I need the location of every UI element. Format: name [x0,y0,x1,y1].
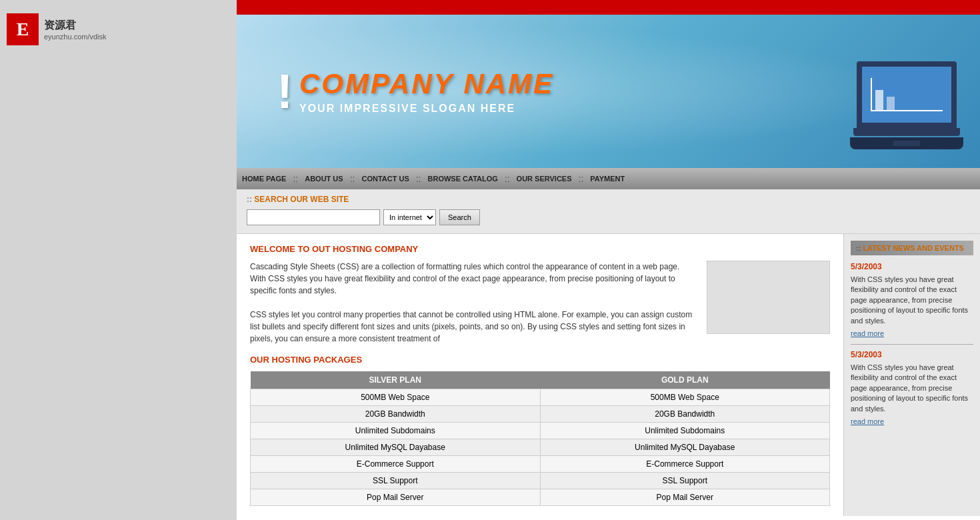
nav-bar: HOME PAGE :: ABOUT US :: CONTACT US :: B… [237,168,980,189]
table-cell-5-0: SSL Support [251,473,541,489]
table-cell-3-0: Unlimited MySQL Dayabase [251,439,541,456]
search-button[interactable]: Search [439,209,480,225]
hosting-title: OUR HOSTING PACKAGES [250,355,830,365]
nav-sep-4: :: [503,173,511,184]
news-text-1: With CSS styles you have great flexibili… [851,363,973,414]
table-cell-1-1: 20GB Bandwidth [540,406,830,423]
nav-sep-3: :: [415,173,423,184]
laptop-touchpad [893,141,920,146]
news-read-more-1[interactable]: read more [851,417,973,425]
banner-exclamation: ! [277,64,293,119]
nav-sep-1: :: [291,173,299,184]
table-row: 500MB Web Space500MB Web Space [251,389,830,406]
search-bar: SEARCH OUR WEB SITE In internet Search [237,189,980,234]
nav-catalog[interactable]: BROWSE CATALOG [423,175,503,183]
nav-contact[interactable]: CONTACT US [356,175,414,183]
logo-company-name: 资源君 [44,19,107,33]
table-row: Pop Mail ServerPop Mail Server [251,489,830,506]
table-cell-0-0: 500MB Web Space [251,389,541,406]
nav-home[interactable]: HOME PAGE [237,175,291,183]
content-area: WELCOME TO OUT HOSTING COMPANY Cascading… [237,234,980,516]
news-divider [851,344,973,345]
banner-slogan: YOUR IMPRESSIVE SLOGAN HERE [299,103,554,115]
table-cell-0-1: 500MB Web Space [540,389,830,406]
laptop-screen-content [862,67,951,123]
news-date-1: 5/3/2003 [851,350,973,359]
table-cell-1-0: 20GB Bandwidth [251,406,541,423]
logo-icon: E [7,13,39,45]
search-form: In internet Search [247,209,970,225]
hosting-table: SILVER PLAN GOLD PLAN 500MB Web Space500… [250,371,830,506]
screen-chart [871,78,942,111]
banner-laptop-graphic [847,61,967,155]
main-content: ! COMPANY NAME YOUR IMPRESSIVE SLOGAN HE… [237,0,980,520]
main-article: WELCOME TO OUT HOSTING COMPANY Cascading… [237,234,843,516]
table-row: E-Commerce SupportE-Commerce Support [251,456,830,473]
news-items: 5/3/2003With CSS styles you have great f… [851,262,973,425]
top-red-bar [237,0,980,15]
laptop-keyboard [850,137,963,149]
search-input[interactable] [247,209,380,225]
table-cell-4-0: E-Commerce Support [251,456,541,473]
table-row: Unlimited MySQL DayabaseUnlimited MySQL … [251,439,830,456]
search-title: SEARCH OUR WEB SITE [247,195,970,204]
news-read-more-0[interactable]: read more [851,329,973,337]
welcome-title: WELCOME TO OUT HOSTING COMPANY [250,244,830,254]
nav-sep-2: :: [349,173,357,184]
table-header-silver: SILVER PLAN [251,371,541,389]
laptop-base [853,128,960,136]
nav-about[interactable]: ABOUT US [299,175,348,183]
table-cell-6-1: Pop Mail Server [540,489,830,506]
table-row: Unlimited SubdomainsUnlimited Subdomains [251,423,830,439]
news-title: LATEST NEWS AND EVENTS [851,241,973,255]
nav-sep-5: :: [577,173,585,184]
laptop-screen [857,61,957,128]
logo-text: 资源君 eyunzhu.com/vdisk [44,19,107,41]
left-sidebar: E 资源君 eyunzhu.com/vdisk [0,0,237,520]
table-cell-4-1: E-Commerce Support [540,456,830,473]
table-row: 20GB Bandwidth20GB Bandwidth [251,406,830,423]
table-cell-2-0: Unlimited Subdomains [251,423,541,439]
table-cell-6-0: Pop Mail Server [251,489,541,506]
table-row: SSL SupportSSL Support [251,473,830,489]
logo: E 资源君 eyunzhu.com/vdisk [7,7,230,52]
nav-services[interactable]: OUR SERVICES [511,175,577,183]
banner: ! COMPANY NAME YOUR IMPRESSIVE SLOGAN HE… [237,15,980,168]
news-text-0: With CSS styles you have great flexibili… [851,275,973,326]
news-date-0: 5/3/2003 [851,262,973,271]
search-scope-select[interactable]: In internet [383,209,436,225]
article-image [707,261,830,334]
table-cell-3-1: Unlimited MySQL Dayabase [540,439,830,456]
table-header-row: SILVER PLAN GOLD PLAN [251,371,830,389]
banner-text: ! COMPANY NAME YOUR IMPRESSIVE SLOGAN HE… [277,64,554,119]
nav-payment[interactable]: PAYMENT [585,175,630,183]
table-cell-5-1: SSL Support [540,473,830,489]
logo-url: eyunzhu.com/vdisk [44,33,107,41]
table-cell-2-1: Unlimited Subdomains [540,423,830,439]
banner-company-name: COMPANY NAME [299,68,554,100]
right-sidebar: LATEST NEWS AND EVENTS 5/3/2003With CSS … [843,234,980,516]
table-header-gold: GOLD PLAN [540,371,830,389]
hosting-table-body: 500MB Web Space500MB Web Space20GB Bandw… [251,389,830,506]
